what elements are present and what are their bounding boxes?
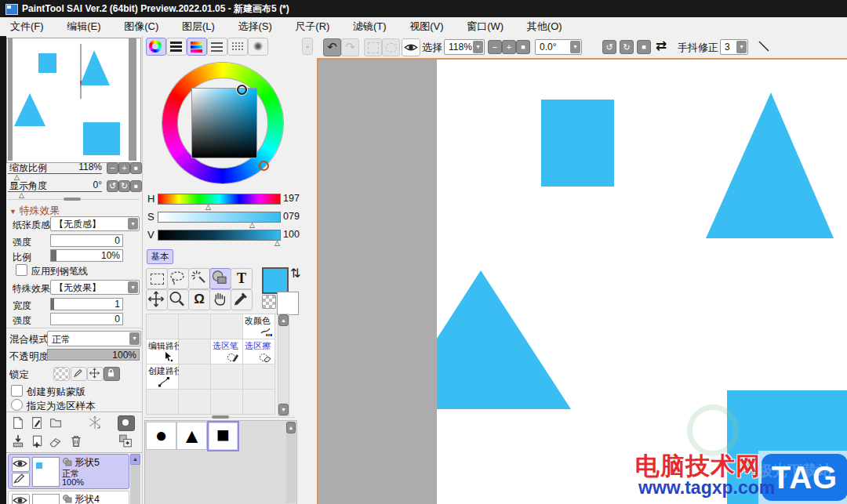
eyedropper-tool[interactable]	[231, 289, 253, 310]
tool-slot-empty[interactable]	[179, 339, 211, 364]
zoom-reset-button[interactable]: ■	[516, 40, 530, 54]
menu-filter[interactable]: 滤镜(T)	[343, 17, 397, 35]
zoom-tool[interactable]	[167, 289, 189, 310]
clear-layer-button[interactable]	[49, 434, 63, 448]
rotate-cw-button[interactable]: ↻	[118, 180, 130, 192]
stabilizer-dropdown[interactable]: 3 ▾	[720, 39, 748, 55]
layer-visibility-button[interactable]	[12, 494, 30, 504]
tool-slot-empty[interactable]	[211, 364, 243, 390]
tool-slot-empty[interactable]	[211, 390, 243, 415]
sat-slider-marker[interactable]: △	[249, 222, 255, 229]
scroll-down-button[interactable]: ▼	[278, 404, 289, 415]
effect-width-input[interactable]: 1	[50, 298, 123, 310]
rotate-view-tool[interactable]: Ω	[188, 289, 210, 310]
paper-scale-input[interactable]: 10%	[50, 249, 123, 262]
sv-square[interactable]	[191, 88, 257, 158]
tool-slot-selection-pen[interactable]: 选区笔	[211, 339, 243, 364]
color-mixer-panel-button[interactable]	[187, 38, 207, 56]
rotate-cw-button[interactable]: ↻	[620, 40, 634, 54]
shape-swatch-triangle[interactable]: ▲	[176, 422, 207, 450]
rect-select-tool[interactable]	[146, 268, 168, 289]
shape-tool[interactable]	[209, 268, 231, 289]
zoom-out-button[interactable]: −	[488, 40, 502, 54]
menu-file[interactable]: 文件(F)	[0, 17, 54, 35]
menu-ruler[interactable]: 尺子(R)	[285, 17, 340, 35]
tool-slot-empty[interactable]	[179, 364, 211, 390]
transform-free-button[interactable]	[382, 38, 400, 56]
tool-slot-empty[interactable]	[179, 314, 211, 339]
menu-image[interactable]: 图像(C)	[114, 17, 169, 35]
val-slider[interactable]	[158, 230, 281, 241]
selection-visibility-button[interactable]	[402, 38, 420, 56]
apply-to-pen-checkbox[interactable]	[16, 264, 27, 276]
new-layer-button[interactable]	[11, 416, 25, 430]
new-linework-layer-button[interactable]	[30, 416, 44, 430]
layer-row-shape5[interactable]: 形状5 正常 100%	[8, 454, 129, 489]
shape-list-scrollbar[interactable]: ▲	[286, 422, 296, 503]
tab-basic[interactable]: 基本	[147, 249, 173, 264]
canvas-document[interactable]	[437, 60, 847, 504]
paper-texture-dropdown[interactable]: 【无质感】 ▾	[50, 216, 140, 231]
symmetry-ruler-button[interactable]	[86, 415, 104, 430]
new-folder-button[interactable]	[49, 416, 63, 430]
color-wheel-panel-button[interactable]	[146, 38, 166, 56]
angle-slider-marker[interactable]: △	[19, 192, 24, 199]
layer-visibility-button[interactable]	[12, 457, 30, 472]
navigator-zoom-slider[interactable]: 缩放比例 118%	[8, 161, 102, 174]
tool-slot-empty[interactable]	[147, 314, 179, 339]
clip-group-button[interactable]	[118, 433, 133, 448]
effect-strength-input[interactable]: 0	[50, 313, 123, 325]
scroll-up-button[interactable]: ▲	[130, 454, 140, 465]
swatches-panel-button[interactable]	[227, 38, 248, 56]
lock-pixels-button[interactable]	[71, 367, 87, 381]
menu-other[interactable]: 其他(O)	[517, 17, 573, 35]
rotate-ccw-button[interactable]: ↺	[602, 40, 616, 54]
clipping-mask-checkbox[interactable]	[11, 385, 23, 397]
brush-preview-panel-button[interactable]	[248, 38, 268, 56]
line-quality-button[interactable]	[756, 38, 772, 54]
redo-button[interactable]: ↷	[341, 38, 359, 56]
canvas-viewport[interactable]: www.xz7.com TAG 极光下载站 电脑技术网 www.tagxp.co…	[317, 58, 847, 504]
zoom-reset-button[interactable]: ■	[130, 162, 142, 174]
hue-slider[interactable]	[158, 194, 281, 205]
sv-marker[interactable]	[237, 85, 247, 95]
view-angle-dropdown[interactable]: 0.0° ▾	[535, 39, 582, 55]
rotate-reset-button[interactable]: ■	[130, 180, 142, 192]
navigator-preview[interactable]	[6, 38, 141, 163]
hue-marker[interactable]	[259, 161, 269, 171]
rotate-reset-button[interactable]: ■	[637, 40, 651, 54]
lock-all-button[interactable]	[104, 367, 120, 381]
navigator-angle-slider[interactable]: 显示角度 0°	[8, 179, 102, 192]
shape-swatch-square[interactable]: ■	[207, 421, 239, 451]
menu-window[interactable]: 窗口(W)	[456, 17, 514, 35]
copy-layer-button[interactable]	[30, 434, 44, 448]
tool-slot-edit-path[interactable]: 编辑路径	[147, 339, 179, 364]
scroll-up-button[interactable]: ▲	[278, 314, 289, 326]
lock-transparency-button[interactable]	[53, 367, 70, 381]
menu-select[interactable]: 选择(S)	[227, 17, 282, 35]
paper-strength-input[interactable]: 0	[50, 234, 123, 247]
text-tool[interactable]: T	[231, 268, 253, 289]
tool-grid-scrollbar[interactable]: ▲ ▼	[278, 314, 289, 416]
slider-panel-button[interactable]	[207, 38, 227, 56]
menu-edit[interactable]: 编辑(E)	[56, 17, 111, 35]
tool-slot-empty[interactable]	[211, 314, 243, 339]
delete-layer-button[interactable]	[69, 433, 83, 448]
merge-down-button[interactable]	[11, 434, 25, 448]
tool-slot-empty[interactable]	[243, 390, 275, 415]
hand-tool[interactable]	[209, 289, 231, 310]
val-slider-marker[interactable]: △	[274, 240, 280, 247]
tool-slot-selection-eraser[interactable]: 选区擦	[243, 339, 275, 364]
color-bars-panel-button[interactable]	[166, 38, 187, 56]
zoom-level-dropdown[interactable]: 118% ▾	[444, 39, 485, 55]
layer-edit-button[interactable]	[12, 473, 30, 487]
zoom-in-button[interactable]: +	[118, 162, 130, 174]
flip-horizontal-button[interactable]: ⇄	[656, 38, 667, 54]
opacity-slider[interactable]: 100%	[47, 349, 140, 361]
zoom-in-button[interactable]: +	[502, 40, 516, 54]
layer-row-shape4[interactable]: 形状4	[8, 491, 129, 504]
undo-button[interactable]: ↶	[323, 38, 341, 56]
lasso-tool[interactable]	[167, 268, 189, 289]
scroll-up-button[interactable]: ▲	[286, 422, 296, 433]
panel-collapse-button[interactable]: ▲	[302, 38, 313, 55]
